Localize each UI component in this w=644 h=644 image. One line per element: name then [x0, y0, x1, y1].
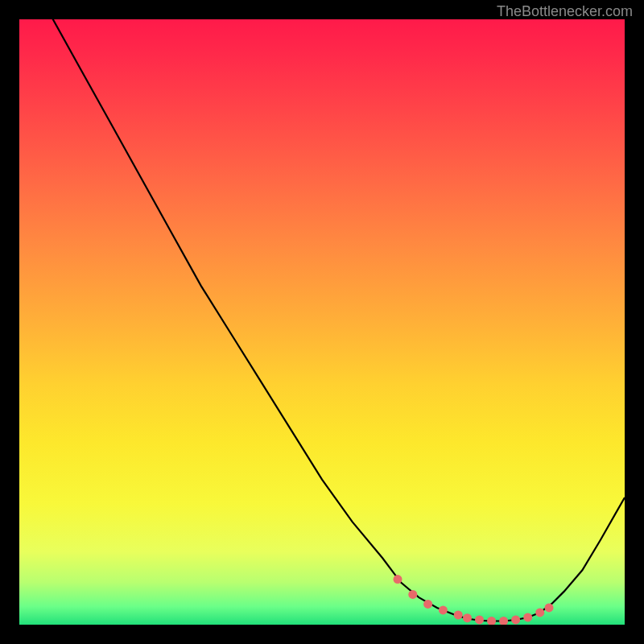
highlight-dots	[394, 575, 554, 625]
svg-point-1	[408, 590, 417, 599]
svg-point-9	[511, 615, 520, 624]
svg-point-3	[439, 605, 448, 614]
svg-point-5	[463, 613, 472, 622]
svg-point-4	[454, 610, 463, 619]
chart-svg	[19, 19, 625, 625]
svg-point-0	[394, 575, 402, 584]
svg-point-2	[423, 600, 432, 609]
attribution-text: TheBottlenecker.com	[497, 3, 633, 20]
svg-point-8	[499, 617, 508, 625]
plot-area	[19, 19, 625, 625]
curve-line	[19, 19, 625, 621]
svg-point-6	[475, 615, 484, 624]
svg-point-7	[487, 617, 496, 625]
svg-point-10	[523, 613, 532, 621]
svg-point-12	[545, 603, 554, 612]
chart-frame: TheBottlenecker.com	[0, 0, 644, 644]
svg-point-11	[535, 608, 544, 617]
